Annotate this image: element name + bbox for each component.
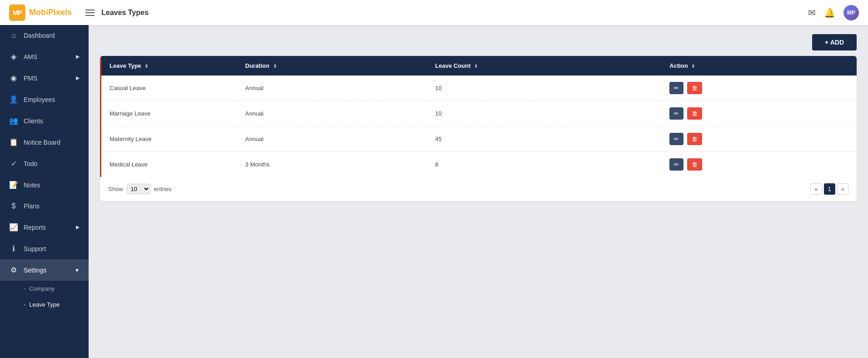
show-entries: Show 10 25 50 100 entries (108, 184, 172, 194)
sidebar-label-employees: Employees (24, 96, 80, 103)
sidebar-label-plans: Plans (24, 202, 80, 210)
sidebar-sub-item-leave-type[interactable]: Leave Type (0, 297, 89, 313)
cell-leave-count: 45 (427, 126, 662, 152)
edit-button[interactable]: ✏ (669, 82, 683, 94)
delete-button[interactable]: 🗑 (687, 82, 702, 94)
notes-icon: 📝 (9, 181, 18, 189)
clients-icon: 👥 (9, 116, 18, 125)
table-footer: Show 10 25 50 100 entries « 1 » (100, 177, 857, 201)
cell-duration: 3 Months (237, 152, 427, 177)
sidebar-item-todo[interactable]: ✓ Todo (0, 153, 89, 174)
todo-icon: ✓ (9, 159, 18, 168)
sort-icon-leave-type: ⇕ (145, 64, 148, 69)
sidebar-item-settings[interactable]: ⚙ Settings ▼ (0, 259, 89, 281)
sidebar-label-pms: PMS (24, 75, 70, 82)
logo[interactable]: MP MobiPixels (9, 5, 72, 21)
table-body: Casual LeaveAnnual10 ✏ 🗑 Marriage LeaveA… (101, 76, 857, 177)
sidebar-item-employees[interactable]: 👤 Employees (0, 89, 89, 110)
sidebar-label-notes: Notes (24, 182, 80, 189)
sidebar-item-clients[interactable]: 👥 Clients (0, 110, 89, 131)
pagination-next[interactable]: » (837, 183, 848, 195)
settings-arrow-icon: ▼ (75, 267, 80, 273)
cell-duration: Annual (237, 126, 427, 152)
add-button[interactable]: + ADD (812, 34, 857, 50)
sidebar-label-dashboard: Dashboard (24, 32, 80, 39)
settings-icon: ⚙ (9, 266, 18, 274)
cell-leave-count: 10 (427, 76, 662, 101)
sidebar-item-dashboard[interactable]: ⌂ Dashboard (0, 25, 89, 46)
action-buttons: ✏ 🗑 (669, 133, 848, 145)
logo-text: MobiPixels (29, 8, 72, 17)
table-row: Maternity LeaveAnnual45 ✏ 🗑 (101, 126, 857, 152)
table-row: Medical Leave3 Months8 ✏ 🗑 (101, 152, 857, 177)
show-label: Show (108, 186, 123, 192)
cell-duration: Annual (237, 76, 427, 101)
cell-leave-type: Marriage Leave (101, 101, 237, 126)
leave-types-table: Leave Type ⇕ Duration ⇕ Leave Count ⇕ (100, 56, 857, 177)
ams-arrow-icon: ▶ (76, 54, 80, 60)
sidebar-sub-label-company: Company (29, 285, 55, 292)
ams-icon: ◈ (9, 52, 18, 61)
sidebar-label-settings: Settings (24, 267, 69, 274)
delete-button[interactable]: 🗑 (687, 158, 702, 171)
leave-types-table-card: Leave Type ⇕ Duration ⇕ Leave Count ⇕ (100, 56, 857, 201)
sidebar-item-ams[interactable]: ◈ AMS ▶ (0, 46, 89, 67)
sort-icon-leave-count: ⇕ (474, 64, 478, 69)
header-actions: ✉ 🔔 MP (808, 5, 859, 20)
add-button-row: + ADD (100, 34, 857, 50)
cell-leave-count: 10 (427, 101, 662, 126)
col-header-duration[interactable]: Duration ⇕ (237, 56, 427, 76)
sidebar-label-ams: AMS (24, 53, 70, 61)
edit-button[interactable]: ✏ (669, 107, 683, 120)
sidebar-item-notes[interactable]: 📝 Notes (0, 174, 89, 196)
bell-icon[interactable]: 🔔 (824, 7, 835, 18)
delete-button[interactable]: 🗑 (687, 107, 702, 120)
support-icon: ℹ (9, 244, 18, 253)
table-row: Casual LeaveAnnual10 ✏ 🗑 (101, 76, 857, 101)
edit-button[interactable]: ✏ (669, 133, 683, 145)
sidebar-item-notice-board[interactable]: 📋 Notice Board (0, 131, 89, 153)
cell-leave-type: Maternity Leave (101, 126, 237, 152)
cell-duration: Annual (237, 101, 427, 126)
sidebar: ⌂ Dashboard ◈ AMS ▶ ◉ PMS ▶ 👤 Employees … (0, 25, 89, 358)
pms-icon: ◉ (9, 74, 18, 82)
reports-icon: 📈 (9, 223, 18, 232)
pagination-page-1[interactable]: 1 (824, 183, 835, 195)
sidebar-item-pms[interactable]: ◉ PMS ▶ (0, 67, 89, 89)
sidebar-sub-label-leave-type: Leave Type (29, 301, 60, 308)
cell-action: ✏ 🗑 (661, 126, 857, 152)
reports-arrow-icon: ▶ (76, 224, 80, 230)
hamburger-menu[interactable] (85, 10, 95, 16)
sidebar-label-support: Support (24, 245, 80, 252)
logo-badge: MP (9, 5, 25, 21)
sidebar-item-support[interactable]: ℹ Support (0, 238, 89, 259)
pms-arrow-icon: ▶ (76, 75, 80, 81)
sidebar-sub-item-company[interactable]: Company (0, 281, 89, 297)
action-buttons: ✏ 🗑 (669, 82, 848, 94)
entries-label: entries (154, 186, 172, 192)
col-header-action[interactable]: Action ⇕ (661, 56, 857, 76)
pagination: « 1 » (810, 183, 848, 195)
action-buttons: ✏ 🗑 (669, 158, 848, 171)
notice-board-icon: 📋 (9, 138, 18, 146)
col-header-leave-type[interactable]: Leave Type ⇕ (101, 56, 237, 76)
main-layout: ⌂ Dashboard ◈ AMS ▶ ◉ PMS ▶ 👤 Employees … (0, 25, 868, 358)
avatar[interactable]: MP (843, 5, 859, 20)
dashboard-icon: ⌂ (9, 31, 18, 40)
col-header-leave-count[interactable]: Leave Count ⇕ (427, 56, 662, 76)
sidebar-item-plans[interactable]: $ Plans (0, 196, 89, 217)
table-header: Leave Type ⇕ Duration ⇕ Leave Count ⇕ (101, 56, 857, 76)
main-content: + ADD Leave Type ⇕ Duration ⇕ (89, 25, 868, 358)
cell-leave-type: Casual Leave (101, 76, 237, 101)
table-row: Marriage LeaveAnnual10 ✏ 🗑 (101, 101, 857, 126)
pagination-prev[interactable]: « (810, 183, 822, 195)
plans-icon: $ (9, 202, 18, 210)
sidebar-label-notice-board: Notice Board (24, 139, 80, 146)
entries-select[interactable]: 10 25 50 100 (127, 184, 150, 194)
cell-action: ✏ 🗑 (661, 152, 857, 177)
sidebar-item-reports[interactable]: 📈 Reports ▶ (0, 217, 89, 238)
delete-button[interactable]: 🗑 (687, 133, 702, 145)
app-header: MP MobiPixels Leaves Types ✉ 🔔 MP (0, 0, 868, 25)
mail-icon[interactable]: ✉ (808, 7, 816, 18)
edit-button[interactable]: ✏ (669, 158, 683, 171)
